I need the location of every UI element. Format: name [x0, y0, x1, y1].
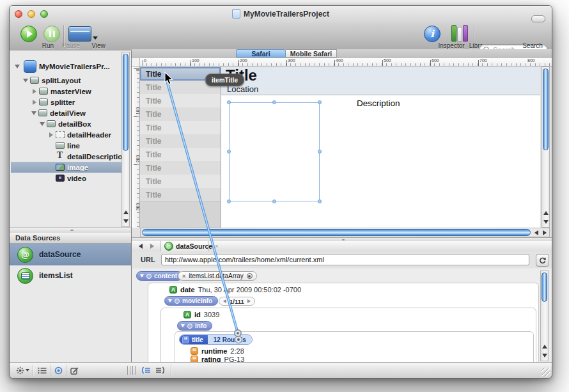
- tab-close-icon[interactable]: ×: [215, 243, 218, 249]
- list-row[interactable]: Title: [140, 161, 221, 175]
- scroll-left-button[interactable]: [532, 228, 540, 237]
- forward-icon: [150, 244, 154, 249]
- record-mode-button[interactable]: [54, 366, 63, 375]
- tree-item-video[interactable]: video: [11, 173, 121, 184]
- back-button[interactable]: [136, 242, 146, 250]
- disclosure-triangle[interactable]: [15, 65, 20, 68]
- tree-item-detailView[interactable]: detailView: [11, 107, 121, 118]
- inspector-button[interactable]: [424, 26, 440, 42]
- detail-description[interactable]: Description: [357, 98, 400, 108]
- disclosure-triangle[interactable]: [31, 111, 36, 115]
- disclosure-triangle[interactable]: [40, 122, 45, 126]
- expand-outline-button[interactable]: [155, 366, 166, 375]
- binding-endpoint-icon[interactable]: [235, 336, 242, 343]
- scroll-down-button[interactable]: [541, 351, 548, 360]
- toolbar-toggle-button[interactable]: [531, 15, 545, 22]
- resize-handle[interactable]: [318, 100, 322, 104]
- scrollbar-thumb[interactable]: [142, 229, 531, 236]
- scroll-up-button[interactable]: [122, 208, 129, 217]
- library-button[interactable]: [451, 26, 468, 42]
- scroll-right-button[interactable]: [540, 228, 549, 237]
- resize-handle[interactable]: [227, 150, 231, 153]
- panel-drag-grip[interactable]: [127, 366, 136, 375]
- previous-record-icon[interactable]: [223, 299, 226, 303]
- data-panel-tabbar: dataSource ×: [132, 241, 552, 252]
- disclosure-triangle[interactable]: [168, 299, 172, 302]
- connection-target-icon[interactable]: [247, 273, 253, 279]
- resize-handle[interactable]: [227, 100, 231, 104]
- view-dropdown-caret[interactable]: [93, 36, 98, 40]
- collapse-outline-button[interactable]: [140, 366, 151, 375]
- tree-item-detailDescription[interactable]: detailDescription: [11, 151, 121, 162]
- list-row[interactable]: Title: [140, 134, 221, 148]
- data-source-item-itemsList[interactable]: itemsList: [10, 265, 131, 286]
- scroll-up-button[interactable]: [542, 208, 549, 217]
- canvas-vertical-scrollbar[interactable]: [542, 67, 550, 228]
- tree-item-splitLayout[interactable]: splitLayout: [11, 75, 121, 86]
- disclosure-triangle[interactable]: [181, 324, 185, 327]
- tree-item-line[interactable]: line: [11, 140, 121, 151]
- tree-item-splitter[interactable]: splitter: [11, 97, 121, 107]
- tab-mobile-safari[interactable]: Mobile Safari: [286, 49, 337, 58]
- scrollbar-thumb[interactable]: [542, 272, 547, 302]
- window-resize-grip[interactable]: [542, 368, 550, 377]
- disclosure-triangle[interactable]: [33, 100, 36, 105]
- refresh-button[interactable]: [536, 254, 549, 267]
- tree-item-detailHeader[interactable]: detailHeader: [11, 129, 121, 140]
- list-row[interactable]: Title: [140, 94, 221, 107]
- resize-handle[interactable]: [272, 100, 276, 104]
- node-info[interactable]: info: [177, 321, 212, 331]
- tree-item-masterView[interactable]: masterView: [11, 86, 121, 97]
- forward-button[interactable]: [147, 242, 157, 250]
- text-icon: [56, 153, 65, 160]
- sidebar-tree: splitLayoutmasterViewsplitterdetailViewd…: [11, 75, 121, 190]
- run-button[interactable]: [20, 26, 37, 42]
- actions-gear-button[interactable]: [16, 366, 29, 375]
- scrollbar-thumb[interactable]: [123, 54, 129, 151]
- resize-handle[interactable]: [227, 200, 231, 203]
- tree-item-project[interactable]: MyMovieTrailersPr...: [11, 59, 121, 74]
- remove-binding-icon[interactable]: ×: [182, 273, 185, 279]
- list-row[interactable]: Title: [140, 121, 221, 134]
- sidebar-scrollbar[interactable]: [121, 52, 130, 227]
- list-row[interactable]: Title: [140, 175, 221, 188]
- canvas-horizontal-scrollbar[interactable]: [140, 228, 550, 237]
- string-badge: [182, 336, 189, 343]
- scrollbar-thumb[interactable]: [543, 68, 549, 150]
- view-button[interactable]: [68, 26, 91, 42]
- data-panel-scrollbar[interactable]: [540, 270, 549, 361]
- data-source-tab[interactable]: dataSource ×: [160, 241, 208, 251]
- data-source-item-dataSource[interactable]: dataSource: [10, 244, 131, 265]
- record-pager[interactable]: 1/111: [219, 297, 255, 306]
- binding-token[interactable]: × itemsList.dataArray: [178, 271, 257, 281]
- next-record-icon[interactable]: [247, 299, 251, 303]
- pause-button[interactable]: [43, 26, 60, 42]
- edit-button[interactable]: [70, 366, 79, 375]
- url-input[interactable]: [161, 254, 529, 265]
- scroll-up-button[interactable]: [541, 342, 548, 351]
- disclosure-triangle[interactable]: [23, 79, 28, 82]
- disclosure-triangle[interactable]: [49, 132, 53, 137]
- list-row[interactable]: Title: [140, 188, 221, 201]
- tab-safari[interactable]: Safari: [236, 49, 286, 58]
- resize-handle[interactable]: [272, 200, 276, 203]
- scroll-down-button[interactable]: [542, 217, 549, 226]
- tree-item-image[interactable]: image: [11, 162, 122, 173]
- list-row[interactable]: Title: [140, 148, 221, 161]
- image-placeholder[interactable]: [229, 102, 320, 201]
- node-movieinfo[interactable]: movieinfo: [164, 296, 218, 306]
- scroll-down-button[interactable]: [122, 217, 129, 226]
- node-icon: [175, 299, 180, 304]
- resize-handle[interactable]: [318, 150, 322, 153]
- resize-handle[interactable]: [318, 200, 322, 203]
- master-list-column: TitleTitleTitleTitleTitleTitleTitleTitle…: [140, 67, 221, 228]
- list-view-button[interactable]: [38, 366, 47, 375]
- title-key-segment: title: [180, 335, 208, 344]
- view-icon: [38, 109, 47, 116]
- disclosure-triangle[interactable]: [33, 89, 36, 94]
- list-row[interactable]: Title: [140, 107, 221, 121]
- tree-item-detailBox[interactable]: detailBox: [11, 118, 121, 129]
- disclosure-triangle[interactable]: [140, 274, 144, 278]
- ruler-horizontal: 0100200300400500600700800: [140, 58, 552, 67]
- node-content[interactable]: content: [136, 271, 183, 281]
